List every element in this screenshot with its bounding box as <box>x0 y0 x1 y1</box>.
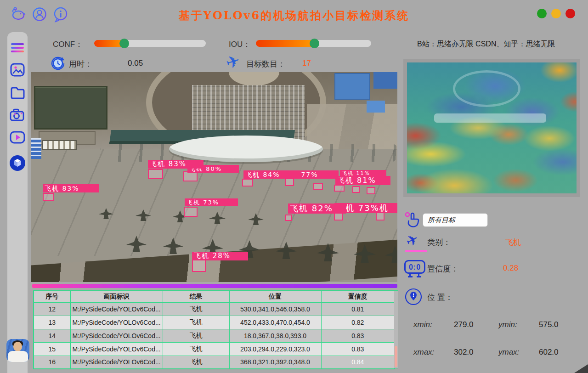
table-row[interactable]: 12M:/PySideCode/YOLOv6Cod...飞机530.0,341.… <box>34 302 395 316</box>
user-avatar[interactable] <box>6 339 29 362</box>
ymin-label: ymin: <box>498 320 517 329</box>
detection-box <box>352 186 360 193</box>
confidence-label: 置信度： <box>427 264 458 274</box>
detection-label: 飞机 81% <box>335 176 390 185</box>
iou-slider-fill <box>256 40 315 47</box>
table-cell[interactable]: 530.0,341.0,546.0,358.0 <box>229 302 321 316</box>
plane-count-icon: ✈ <box>223 51 243 73</box>
maximize-button[interactable] <box>551 9 561 18</box>
menu-icon[interactable] <box>11 41 24 54</box>
image-icon[interactable] <box>10 62 25 77</box>
table-row[interactable]: 15M:/PySideCode/YOLOv6Cod...飞机203.0,294.… <box>34 342 395 356</box>
targets-value: 17 <box>302 59 311 68</box>
sidebar <box>7 32 28 373</box>
minimize-button[interactable] <box>537 9 547 18</box>
detection-box <box>192 260 206 272</box>
detection-box <box>313 183 323 190</box>
detection-label: 飞机 73% <box>185 198 238 206</box>
table-cell[interactable]: 368.0,321.0,392.0,348.0 <box>229 356 321 369</box>
iou-slider-handle[interactable] <box>310 39 319 48</box>
conf-slider[interactable] <box>94 40 206 47</box>
detection-box <box>184 207 198 217</box>
close-button[interactable] <box>565 9 575 18</box>
results-table-body: 12M:/PySideCode/YOLOv6Cod...飞机530.0,341.… <box>34 302 395 369</box>
position-label: 位 置： <box>427 292 453 303</box>
table-cell[interactable]: 0.83 <box>321 329 395 342</box>
table-cell[interactable]: 12 <box>34 302 70 316</box>
window-controls <box>537 9 575 18</box>
table-scrollbar[interactable] <box>394 290 398 368</box>
location-pin-icon <box>404 288 423 306</box>
iou-slider[interactable] <box>256 40 371 47</box>
table-scrollbar-thumb[interactable] <box>395 346 397 367</box>
camera-icon[interactable] <box>9 107 26 122</box>
video-icon[interactable] <box>9 130 26 144</box>
pointer-hand-icon <box>404 210 423 229</box>
detection-box <box>285 215 292 221</box>
heatmap-frame <box>403 59 580 197</box>
category-plane-icon: ✈ <box>403 230 422 251</box>
table-cell[interactable]: 0.83 <box>321 342 395 356</box>
detection-box <box>334 185 345 192</box>
table-cell[interactable]: 15 <box>34 342 70 356</box>
table-cell[interactable]: 0.81 <box>321 302 395 316</box>
folder-icon[interactable] <box>10 85 25 99</box>
table-cell[interactable]: M:/PySideCode/YOLOv6Cod... <box>70 329 163 342</box>
col-header-index[interactable]: 序号 <box>34 291 70 302</box>
table-cell[interactable]: M:/PySideCode/YOLOv6Cod... <box>70 342 163 356</box>
category-icon-underline <box>405 250 427 252</box>
ymax-value: 602.0 <box>539 348 559 357</box>
target-filter-select[interactable]: 所有目标 <box>423 213 488 227</box>
results-table: 序号 画面标识 结果 位置 置信度 12M:/PySideCode/YOLOv6… <box>33 290 394 368</box>
table-cell[interactable]: 0.82 <box>321 316 395 329</box>
table-cell[interactable]: 18.0,367.0,38.0,393.0 <box>229 329 321 342</box>
table-cell[interactable]: 飞机 <box>163 342 229 356</box>
xmin-value: 279.0 <box>454 320 474 329</box>
table-cell[interactable]: 0.84 <box>321 356 395 369</box>
col-header-frame[interactable]: 画面标识 <box>70 291 163 302</box>
table-cell[interactable]: 飞机 <box>163 302 229 316</box>
table-cell[interactable]: M:/PySideCode/YOLOv6Cod... <box>70 316 163 329</box>
model-3d-icon[interactable] <box>9 154 26 172</box>
table-cell[interactable]: 13 <box>34 316 70 329</box>
category-value: 飞机 <box>505 237 521 248</box>
xmin-label: xmin: <box>413 320 432 329</box>
table-cell[interactable]: M:/PySideCode/YOLOv6Cod... <box>70 356 163 369</box>
detection-label: 飞机 82% <box>288 203 346 214</box>
col-header-result[interactable]: 结果 <box>163 291 229 302</box>
detection-box <box>376 212 384 220</box>
table-row[interactable]: 16M:/PySideCode/YOLOv6Cod...飞机368.0,321.… <box>34 356 395 369</box>
detection-label: 飞机 83% <box>43 184 99 192</box>
table-cell[interactable]: 飞机 <box>163 356 229 369</box>
table-cell[interactable]: M:/PySideCode/YOLOv6Cod... <box>70 302 163 316</box>
table-cell[interactable]: 飞机 <box>163 316 229 329</box>
xmax-label: xmax: <box>413 348 434 357</box>
timer-icon <box>51 56 65 70</box>
col-header-confidence[interactable]: 置信度 <box>321 291 395 302</box>
detection-box <box>148 169 163 179</box>
table-cell[interactable]: 16 <box>34 356 70 369</box>
detection-box <box>285 178 294 186</box>
targets-label: 目标数目： <box>246 59 285 69</box>
confidence-value: 0.28 <box>503 264 518 273</box>
detection-box <box>183 171 198 181</box>
conf-slider-handle[interactable] <box>119 39 129 48</box>
category-label: 类别： <box>427 237 451 248</box>
detection-box <box>334 213 343 220</box>
conf-label: CONF： <box>53 39 83 50</box>
progress-bar <box>32 284 397 288</box>
table-cell[interactable]: 14 <box>34 329 70 342</box>
ymax-label: ymax: <box>498 348 519 357</box>
detection-box <box>242 179 253 186</box>
table-cell[interactable]: 452.0,433.0,470.0,454.0 <box>229 316 321 329</box>
col-header-position[interactable]: 位置 <box>229 291 321 302</box>
table-row[interactable]: 13M:/PySideCode/YOLOv6Cod...飞机452.0,433.… <box>34 316 395 329</box>
table-row[interactable]: 14M:/PySideCode/YOLOv6Cod...飞机18.0,367.0… <box>34 329 395 342</box>
resize-grip[interactable] <box>574 364 588 373</box>
table-cell[interactable]: 飞机 <box>163 329 229 342</box>
iou-label: IOU： <box>229 39 250 50</box>
time-label: 用时： <box>69 59 92 69</box>
table-cell[interactable]: 203.0,294.0,229.0,323.0 <box>229 342 321 356</box>
detection-box <box>367 187 375 194</box>
detection-label: 飞机 83% <box>148 160 204 169</box>
